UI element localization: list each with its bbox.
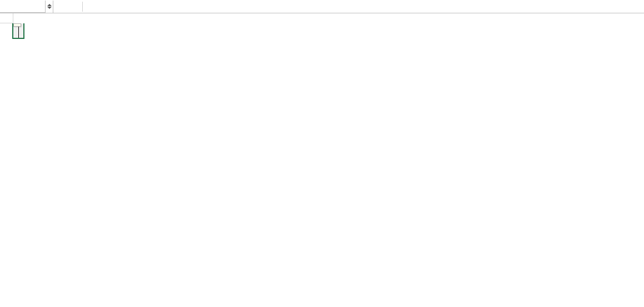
select-all-corner[interactable] — [0, 13, 13, 23]
fx-icon[interactable] — [83, 1, 97, 13]
cells-area[interactable] — [13, 23, 644, 307]
name-box-spinner[interactable] — [46, 1, 53, 13]
cancel-icon[interactable] — [53, 1, 68, 13]
formula-input[interactable] — [97, 1, 644, 13]
function-tooltip — [13, 23, 21, 27]
formula-bar — [0, 0, 644, 13]
enter-icon[interactable] — [68, 1, 82, 13]
worksheet-grid[interactable] — [0, 13, 644, 307]
column-headers — [0, 13, 644, 23]
name-box[interactable] — [0, 1, 46, 13]
